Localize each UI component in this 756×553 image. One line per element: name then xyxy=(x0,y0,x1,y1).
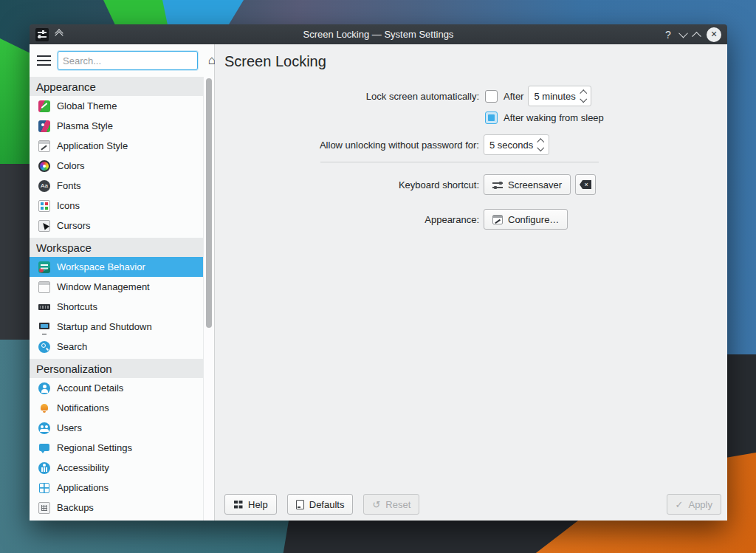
sidebar-item-users[interactable]: Users xyxy=(30,418,204,438)
global-theme-icon xyxy=(38,100,50,112)
titlebar[interactable]: Screen Locking — System Settings xyxy=(30,24,727,44)
lock-automatically-label: Lock screen automatically: xyxy=(215,91,479,102)
applications-grid-icon xyxy=(38,482,50,494)
configure-window-icon xyxy=(492,215,503,224)
grace-period-value: 5 seconds xyxy=(489,140,533,151)
footer-buttons: Help Defaults Reset Apply xyxy=(224,494,721,515)
color-wheel-icon xyxy=(38,160,50,172)
system-settings-window: Screen Locking — System Settings Appeara… xyxy=(30,24,727,521)
sidebar-list: Appearance Global Theme Plasma Style App… xyxy=(30,77,214,521)
main-pane: Screen Locking Lock screen automatically… xyxy=(215,44,727,521)
backups-icon xyxy=(38,502,50,514)
keyboard-icon xyxy=(38,301,50,313)
help-icon xyxy=(233,500,243,509)
help-titlebar-icon[interactable] xyxy=(663,29,673,41)
spinbox-arrows[interactable] xyxy=(538,139,543,151)
bell-icon xyxy=(38,402,50,414)
after-waking-label: After waking from sleep xyxy=(504,112,604,123)
checkmark-icon xyxy=(676,499,684,510)
keyboard-shortcut-label: Keyboard shortcut: xyxy=(215,179,479,190)
lock-automatically-checkbox[interactable] xyxy=(485,90,498,103)
separator xyxy=(320,162,599,162)
sidebar-item-applications[interactable]: Applications xyxy=(30,478,204,498)
lock-delay-value: 5 minutes xyxy=(534,91,575,102)
undo-icon xyxy=(372,499,380,510)
window-title: Screen Locking — System Settings xyxy=(30,29,727,40)
spinbox-arrows[interactable] xyxy=(581,90,586,102)
appearance-label: Appearance: xyxy=(215,214,479,225)
scrollbar-thumb[interactable] xyxy=(206,78,212,328)
hamburger-menu-icon[interactable] xyxy=(37,55,51,66)
speech-bubble-icon xyxy=(38,442,50,454)
monitor-icon xyxy=(38,321,50,333)
cursor-arrow-icon xyxy=(38,220,50,232)
sidebar-item-shortcuts[interactable]: Shortcuts xyxy=(30,297,204,317)
account-details-icon xyxy=(38,382,50,394)
reset-button[interactable]: Reset xyxy=(363,494,419,515)
document-icon xyxy=(296,500,304,509)
shortcut-sliders-icon xyxy=(492,180,503,189)
application-style-icon xyxy=(38,140,50,152)
maximize-icon[interactable] xyxy=(692,32,701,41)
sidebar-item-colors[interactable]: Colors xyxy=(30,156,204,176)
section-header-personalization: Personalization xyxy=(30,359,204,378)
sidebar: Appearance Global Theme Plasma Style App… xyxy=(30,44,215,521)
grace-period-label: Allow unlocking without password for: xyxy=(215,140,479,151)
defaults-button[interactable]: Defaults xyxy=(287,494,354,515)
after-label: After xyxy=(504,91,523,102)
section-header-workspace: Workspace xyxy=(30,238,204,257)
spin-down-icon[interactable] xyxy=(537,144,544,151)
sidebar-item-global-theme[interactable]: Global Theme xyxy=(30,96,204,116)
sidebar-search-row xyxy=(30,44,214,77)
sidebar-item-icons[interactable]: Icons xyxy=(30,196,204,216)
sidebar-item-account-details[interactable]: Account Details xyxy=(30,378,204,398)
lock-delay-spinbox[interactable]: 5 minutes xyxy=(528,86,591,106)
sidebar-item-regional-settings[interactable]: Regional Settings xyxy=(30,438,204,458)
spin-down-icon[interactable] xyxy=(580,95,586,102)
clear-shortcut-button[interactable] xyxy=(575,174,596,195)
page-title: Screen Locking xyxy=(224,53,727,70)
fonts-icon xyxy=(38,180,50,192)
section-header-appearance: Appearance xyxy=(30,77,204,96)
sidebar-scrollbar[interactable] xyxy=(203,77,214,521)
minimize-icon[interactable] xyxy=(678,29,688,38)
search-input[interactable] xyxy=(58,51,198,70)
sidebar-item-search[interactable]: Search xyxy=(30,337,204,357)
workspace-behavior-icon xyxy=(38,261,50,273)
sidebar-item-fonts[interactable]: Fonts xyxy=(30,176,204,196)
sidebar-item-cursors[interactable]: Cursors xyxy=(30,216,204,236)
apply-button[interactable]: Apply xyxy=(667,494,721,515)
window-management-icon xyxy=(38,281,50,293)
close-icon[interactable] xyxy=(707,27,721,42)
sidebar-item-accessibility[interactable]: Accessibility xyxy=(30,458,204,478)
search-icon xyxy=(38,341,50,353)
app-icon xyxy=(35,28,49,41)
sidebar-item-backups[interactable]: Backups xyxy=(30,498,204,518)
grace-period-spinbox[interactable]: 5 seconds xyxy=(484,134,549,155)
backspace-icon xyxy=(580,180,591,189)
help-button[interactable]: Help xyxy=(224,494,277,515)
accessibility-icon xyxy=(38,462,50,474)
screensaver-shortcut-button[interactable]: Screensaver xyxy=(484,174,571,195)
plasma-style-icon xyxy=(38,120,50,132)
after-waking-checkbox[interactable] xyxy=(485,111,498,124)
sidebar-item-window-management[interactable]: Window Management xyxy=(30,277,204,297)
sidebar-item-startup-and-shutdown[interactable]: Startup and Shutdown xyxy=(30,317,204,337)
sidebar-item-workspace-behavior[interactable]: Workspace Behavior xyxy=(30,257,204,277)
users-icon xyxy=(38,422,50,434)
icons-grid-icon xyxy=(38,200,50,212)
sidebar-item-plasma-style[interactable]: Plasma Style xyxy=(30,116,204,136)
sidebar-item-application-style[interactable]: Application Style xyxy=(30,136,204,156)
configure-appearance-button[interactable]: Configure… xyxy=(484,209,568,230)
shade-window-icon[interactable] xyxy=(56,32,62,37)
sidebar-item-notifications[interactable]: Notifications xyxy=(30,398,204,418)
